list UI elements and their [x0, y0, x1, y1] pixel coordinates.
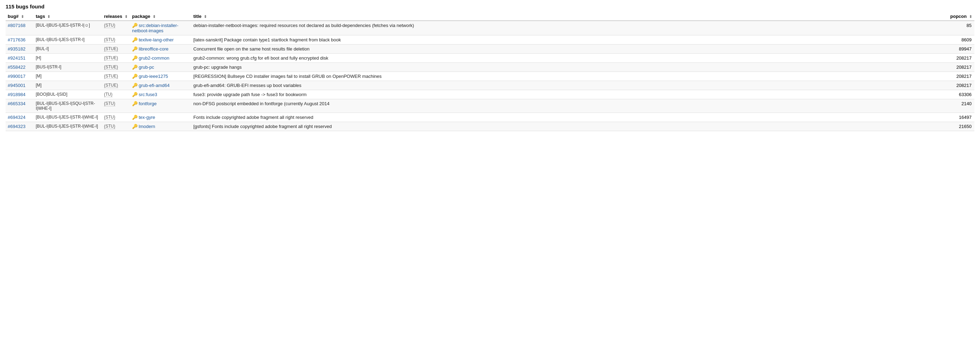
releases-link[interactable]: (STU) [104, 23, 115, 28]
bug-link[interactable]: #924151 [8, 56, 25, 61]
bugs-table: bug# ⇕ tags ⇕ releases ⇕ package ⇕ title [6, 12, 974, 131]
package-cell: 🔑lmodern [130, 122, 191, 131]
popcon-cell: 8609 [948, 35, 974, 45]
releases-cell: (STUE) [102, 72, 130, 81]
package-cell: 🔑texlive-lang-other [130, 35, 191, 45]
table-row: #694323[BUL-I|BUS-I|JES-I|STR-I|WHE-I](S… [6, 122, 974, 131]
page-container: 115 bugs found bug# ⇕ tags ⇕ releases [0, 0, 980, 135]
releases-link[interactable]: (STU) [104, 37, 115, 42]
table-body: #807168[BUL-I|BUS-I|JES-I|STR-I|☺](STU)🔑… [6, 21, 974, 131]
tags-cell: [BUL-I|BUS-I|JES-I|STR-I|WHE-I] [33, 113, 102, 122]
sort-arrows-tags: ⇕ [47, 15, 50, 19]
bug-link[interactable]: #694324 [8, 115, 25, 120]
package-cell: 🔑fontforge [130, 99, 191, 113]
package-cell: 🔑src:debian-installer-netboot-images [130, 21, 191, 35]
table-row: #935182[BUL-I](STUE)🔑libreoffice-coreCon… [6, 45, 974, 54]
releases-cell: (STUE) [102, 81, 130, 90]
table-row: #665334[BUL-I|BUS-I|JES-I|SQU-I|STR-I|WH… [6, 99, 974, 113]
releases-link[interactable]: (TU) [104, 92, 113, 97]
title-cell: Fonts include copyrighted adobe fragment… [191, 113, 948, 122]
package-icon: 🔑 [132, 23, 138, 28]
releases-link[interactable]: (STU) [104, 101, 115, 106]
releases-link[interactable]: (STUE) [104, 73, 118, 79]
package-cell: 🔑tex-gyre [130, 113, 191, 122]
package-link[interactable]: grub-ieee1275 [139, 73, 168, 79]
package-cell: 🔑libreoffice-core [130, 45, 191, 54]
package-icon: 🔑 [132, 92, 138, 97]
tags-cell: [BUL-I|BUS-I|JES-I|STR-I|☺] [33, 21, 102, 35]
popcon-cell: 208217 [948, 63, 974, 72]
releases-cell: (STU) [102, 113, 130, 122]
title-cell: [gsfonts] Fonts include copyrighted adob… [191, 122, 948, 131]
popcon-cell: 89947 [948, 45, 974, 54]
releases-link[interactable]: (STU) [104, 115, 115, 120]
package-icon: 🔑 [132, 83, 138, 88]
col-header-bug[interactable]: bug# ⇕ [6, 12, 33, 21]
bug-link[interactable]: #945001 [8, 83, 25, 88]
package-link[interactable]: grub-pc [139, 64, 154, 70]
releases-cell: (STU) [102, 99, 130, 113]
col-header-package[interactable]: package ⇕ [130, 12, 191, 21]
releases-cell: (STUE) [102, 54, 130, 63]
tags-cell: [BUL-I|BUS-I|JES-I|STR-I] [33, 35, 102, 45]
title-cell: [REGRESSION] Bullseye CD installer image… [191, 72, 948, 81]
title-cell: [latex-sanskrit] Package contain type1 s… [191, 35, 948, 45]
sort-arrows-package: ⇕ [153, 15, 156, 19]
releases-link[interactable]: (STU) [104, 124, 115, 129]
popcon-cell: 208217 [948, 72, 974, 81]
package-link[interactable]: src:fuse3 [139, 92, 157, 97]
col-header-releases[interactable]: releases ⇕ [102, 12, 130, 21]
package-cell: 🔑grub2-common [130, 54, 191, 63]
popcon-cell: 16497 [948, 113, 974, 122]
releases-link[interactable]: (STUE) [104, 46, 118, 51]
tags-cell: [BUS-I|STR-I] [33, 63, 102, 72]
tags-cell: [M] [33, 72, 102, 81]
popcon-cell: 208217 [948, 81, 974, 90]
package-icon: 🔑 [132, 56, 138, 61]
package-icon: 🔑 [132, 101, 138, 106]
package-icon: 🔑 [132, 124, 138, 129]
col-header-popcon[interactable]: popcon ⇕ [948, 12, 974, 21]
package-icon: 🔑 [132, 46, 138, 51]
tags-cell: [BUL-I|BUS-I|JES-I|SQU-I|STR-I|WHE-I] [33, 99, 102, 113]
package-link[interactable]: grub-efi-amd64 [139, 83, 170, 88]
col-header-title[interactable]: title ⇕ [191, 12, 948, 21]
bug-link[interactable]: #717636 [8, 37, 25, 42]
package-link[interactable]: libreoffice-core [139, 46, 169, 51]
sort-arrows-releases: ⇕ [125, 15, 127, 19]
package-link[interactable]: fontforge [139, 101, 157, 106]
package-link[interactable]: src:debian-installer-netboot-images [132, 23, 178, 33]
package-icon: 🔑 [132, 73, 138, 79]
table-row: #945001[M](STUE)🔑grub-efi-amd64grub-efi-… [6, 81, 974, 90]
col-header-tags[interactable]: tags ⇕ [33, 12, 102, 21]
bug-link[interactable]: #694323 [8, 124, 25, 129]
popcon-cell: 208217 [948, 54, 974, 63]
releases-link[interactable]: (STUE) [104, 56, 118, 61]
package-icon: 🔑 [132, 115, 138, 120]
table-row: #717636[BUL-I|BUS-I|JES-I|STR-I](STU)🔑te… [6, 35, 974, 45]
tags-cell: [BOO|BUL-I|SID] [33, 90, 102, 99]
bug-link[interactable]: #918984 [8, 92, 25, 97]
title-cell: grub-pc: upgrade hangs [191, 63, 948, 72]
sort-arrows-bug: ⇕ [21, 15, 24, 19]
releases-link[interactable]: (STUE) [104, 83, 118, 88]
package-link[interactable]: grub2-common [139, 56, 169, 61]
table-header: bug# ⇕ tags ⇕ releases ⇕ package ⇕ title [6, 12, 974, 21]
package-cell: 🔑grub-ieee1275 [130, 72, 191, 81]
bug-link[interactable]: #935182 [8, 46, 25, 51]
package-link[interactable]: lmodern [139, 124, 155, 129]
table-row: #807168[BUL-I|BUS-I|JES-I|STR-I|☺](STU)🔑… [6, 21, 974, 35]
bug-link[interactable]: #665334 [8, 101, 25, 106]
bug-link[interactable]: #990017 [8, 73, 25, 79]
releases-cell: (STU) [102, 122, 130, 131]
package-link[interactable]: tex-gyre [139, 115, 155, 120]
table-row: #918984[BOO|BUL-I|SID](TU)🔑src:fuse3fuse… [6, 90, 974, 99]
table-row: #558422[BUS-I|STR-I](STUE)🔑grub-pcgrub-p… [6, 63, 974, 72]
sort-arrows-popcon: ⇕ [969, 15, 972, 19]
table-row: #694324[BUL-I|BUS-I|JES-I|STR-I|WHE-I](S… [6, 113, 974, 122]
title-cell: grub-efi-amd64: GRUB-EFI messes up boot … [191, 81, 948, 90]
bug-link[interactable]: #558422 [8, 64, 25, 70]
package-link[interactable]: texlive-lang-other [139, 37, 174, 42]
bug-link[interactable]: #807168 [8, 23, 25, 28]
releases-link[interactable]: (STUE) [104, 64, 118, 70]
